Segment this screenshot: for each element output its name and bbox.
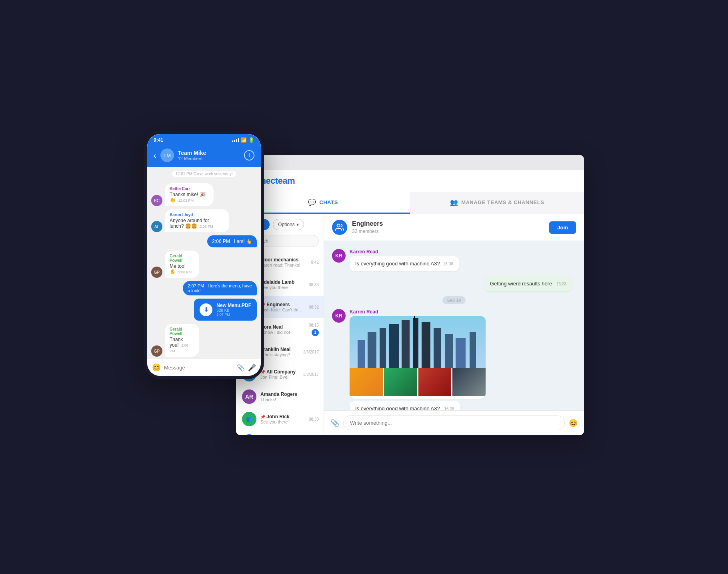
mobile-phone: 9:41 📶 🔋 ‹ TM Team Mike	[144, 131, 264, 379]
tab-manage[interactable]: 👥 MANAGE TEAMS & CHANNELS	[410, 192, 584, 214]
date-label: Sep 19	[442, 296, 466, 304]
chat-item-amanda[interactable]: AR Amanda Rogers Thanks!	[236, 385, 324, 408]
avatar: GP	[151, 267, 162, 278]
chat-preview: Karen read: Thanks!	[260, 263, 307, 267]
signal-bar-3	[236, 139, 237, 142]
join-button[interactable]: Join	[549, 221, 576, 234]
avatar: 👥	[242, 412, 256, 426]
message-sender: Karren Read	[350, 249, 459, 255]
signal-bars	[232, 138, 239, 142]
message-bubble: Gerald Powell Me too! ✋ 2:08 PM	[165, 251, 199, 278]
chat-meta: 3/2/2017	[303, 372, 319, 377]
message-bubble: Gerald Powell Thank you! 2:08 PM	[165, 324, 199, 357]
message-bettie: BC Bettie Carr Thanks mike! 🎉👏 12:03 PM	[151, 183, 257, 206]
message-group-images: KR Karren Read	[332, 309, 576, 410]
phone-status-bar: 9:41 📶 🔋	[147, 134, 261, 145]
chat-time: 08:32	[309, 305, 319, 309]
tab-bar: 💬 CHATS 👥 MANAGE TEAMS & CHANNELS	[236, 192, 584, 214]
message-time: 16:08	[555, 282, 566, 286]
phone-messages: 12:01 PM Great work yesterday!	[147, 167, 261, 359]
chat-preview: I know I did not	[260, 330, 305, 335]
svg-rect-13	[414, 316, 415, 320]
svg-rect-3	[368, 332, 376, 368]
sender-name: Bettie Carr	[170, 187, 209, 191]
svg-rect-10	[445, 334, 453, 368]
chat-name: Amanda Rogers	[260, 391, 315, 397]
chat-window: Engineers 32 members Join KR	[324, 214, 584, 435]
signal-bar-4	[238, 138, 239, 142]
message-bubble: Bettie Carr Thanks mike! 🎉👏 12:03 PM	[165, 183, 214, 206]
message-gerald-thanks: GP Gerald Powell Thank you! 2:08 PM	[151, 324, 257, 357]
options-label: Options	[278, 222, 294, 227]
attach-icon[interactable]: 📎	[330, 419, 339, 427]
chat-preview: Josh Kale: Can't think of any	[260, 307, 305, 312]
chat-info: Franklin Neal Who's staying?	[260, 347, 299, 357]
window-body: connecteam 💬 CHATS 👥 MANAGE TEAMS & CHAN…	[236, 170, 584, 435]
teams-icon: 👥	[450, 199, 458, 206]
pin-icon: 📌	[260, 415, 265, 419]
messages-area: KR Karren Read Is everything good with m…	[324, 241, 584, 410]
attach-button[interactable]: 📎	[237, 364, 245, 371]
message-right-iam: 2:06 PM I am! 👆	[207, 235, 257, 247]
app-header: connecteam	[236, 170, 584, 192]
options-button[interactable]: Options ▾	[273, 219, 304, 230]
message-bubble: Is everything good with machine A3?16:08	[350, 256, 459, 271]
download-icon[interactable]: ⬇	[200, 303, 212, 316]
chat-preview: Who's staying?	[260, 352, 299, 357]
date-divider: Sep 19	[332, 296, 576, 304]
avatar: 👥	[242, 434, 256, 435]
message-input[interactable]	[343, 415, 565, 430]
signal-bar-2	[234, 140, 235, 142]
message-time: 2:05 PM	[199, 225, 213, 229]
chat-item-engineers-2[interactable]: 👥 📌 Engineers Josh Kale: Can't think of …	[236, 430, 324, 435]
avatar: KR	[332, 309, 346, 323]
message-image-card	[350, 316, 486, 399]
svg-rect-12	[470, 332, 476, 368]
message-time: 12:03 PM	[177, 199, 194, 203]
chat-header-avatar	[332, 220, 347, 235]
svg-rect-11	[456, 338, 466, 368]
battery-icon: 🔋	[248, 137, 254, 143]
chat-preview: See you there	[260, 419, 305, 424]
message-time: 2:08 PM	[170, 343, 188, 353]
thumbnail-4	[452, 368, 486, 396]
emoji-button[interactable]: 😊	[152, 363, 161, 372]
svg-rect-4	[380, 328, 386, 368]
nav-info: Team Mike 12 Members	[178, 150, 240, 161]
chat-item-john-rick[interactable]: 👥 📌 John Rick See you there 08:33	[236, 408, 324, 430]
chat-meta: 08:33	[309, 417, 319, 421]
chat-header: Engineers 32 members Join	[324, 214, 584, 241]
image-grid	[350, 368, 486, 396]
unread-badge: 1	[312, 329, 319, 336]
message-sender: Karren Read	[350, 309, 486, 315]
message-caption: 2:07 PM Here's the menu, have a look!	[183, 281, 257, 295]
sender-name: Gerald Powell	[170, 327, 194, 336]
svg-point-0	[337, 224, 340, 227]
chat-header-info: Engineers 32 members	[352, 220, 383, 235]
chat-time: 3/2/2017	[303, 372, 319, 377]
svg-rect-9	[434, 328, 441, 368]
info-button[interactable]: i	[244, 150, 254, 161]
chat-preview: Jon Fine: Bye!	[260, 375, 299, 379]
message-gerald-metoo: GP Gerald Powell Me too! ✋ 2:08 PM	[151, 251, 257, 278]
message-bubble: Aaron Lloyd Anyone around for lunch? 🍔🍔 …	[165, 209, 229, 232]
nav-subtitle: 12 Members	[178, 156, 240, 161]
phone-message-input[interactable]	[164, 365, 234, 371]
chat-meta: 2/3/2017	[303, 350, 319, 354]
chat-header-actions: Join	[549, 221, 576, 234]
chat-name: Floor mechanics	[260, 257, 307, 263]
status-icons: 📶 🔋	[232, 137, 254, 143]
city-image	[350, 316, 486, 368]
svg-rect-5	[389, 324, 399, 368]
message-file: ⬇ New Menu.PDF 328 Kb 2:07 PM	[194, 299, 257, 321]
mic-button[interactable]: 🎤	[248, 364, 256, 371]
chevron-down-icon: ▾	[296, 222, 299, 227]
phone-nav: ‹ TM Team Mike 12 Members i	[147, 145, 261, 167]
avatar: KR	[332, 249, 346, 263]
signal-bar-1	[232, 140, 233, 142]
emoji-icon[interactable]: 😊	[569, 419, 578, 427]
back-button[interactable]: ‹	[154, 151, 156, 160]
avatar: AR	[242, 389, 256, 404]
phone-input-bar: 😊 📎 🎤	[147, 359, 261, 376]
chat-meta: 08:33	[309, 283, 319, 287]
